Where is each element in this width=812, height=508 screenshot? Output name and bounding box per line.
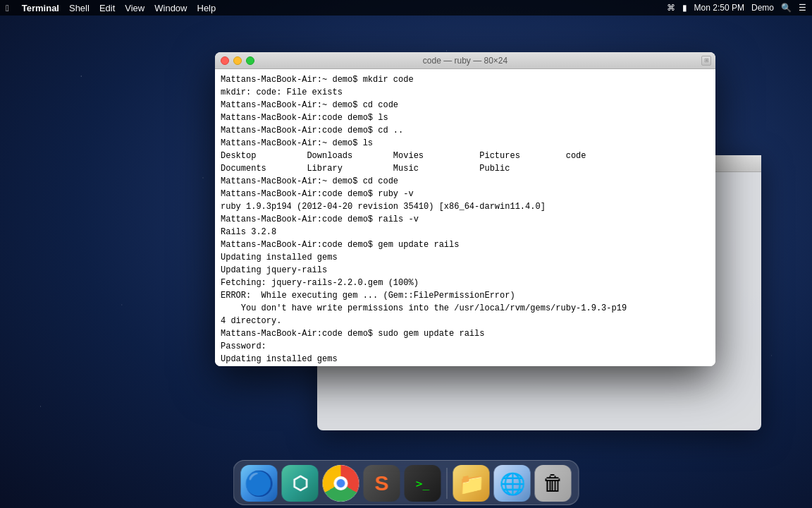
terminal-line-2: Mattans-MacBook-Air:~ demo$ cd code	[221, 99, 710, 111]
traffic-lights	[221, 56, 254, 65]
trash-icon: 🗑	[535, 465, 572, 502]
clock: Mon 2:50 PM	[694, 3, 744, 13]
battery-icon: ▮	[682, 3, 687, 13]
terminal-line-3: Mattans-MacBook-Air:code demo$ ls	[221, 111, 710, 124]
terminal-title: code — ruby — 80×24	[423, 56, 508, 66]
terminal-line-6: Desktop Downloads Movies Pictures code	[221, 150, 710, 162]
dock-item-files[interactable]: 📁	[453, 465, 490, 502]
terminal-line-17: ERROR: While executing gem ... (Gem::Fil…	[221, 289, 710, 302]
dock-separator	[447, 468, 448, 499]
terminal-line-18: You don't have write permissions into th…	[221, 302, 710, 315]
dock-item-trash[interactable]: 🗑	[535, 465, 572, 502]
maximize-button[interactable]	[246, 56, 254, 65]
terminal-line-12: Rails 3.2.8	[221, 226, 710, 238]
menubar-shell[interactable]: Shell	[69, 3, 90, 13]
terminal-line-16: Fetching: jquery-rails-2.2.0.gem (100%)	[221, 277, 710, 289]
minimize-button[interactable]	[233, 56, 242, 65]
dock-item-finder[interactable]: 🔵	[241, 465, 278, 502]
terminal-line-11: Mattans-MacBook-Air:code demo$ rails -v	[221, 213, 710, 226]
terminal-line-14: Updating installed gems	[221, 251, 710, 264]
menubar-right: ⌘ ▮ Mon 2:50 PM Demo 🔍 ☰	[667, 3, 806, 13]
resize-button[interactable]: ⊞	[701, 56, 711, 66]
close-button[interactable]	[221, 56, 229, 65]
wifi-icon: ⌘	[667, 3, 675, 13]
terminal-line-10: ruby 1.9.3p194 (2012-04-20 revision 3541…	[221, 200, 710, 213]
sourcetree-icon: ⬡	[282, 465, 319, 502]
terminal-line-19: 4 directory.	[221, 315, 710, 327]
apple-menu[interactable]: 	[6, 3, 9, 13]
menubar-help[interactable]: Help	[197, 3, 216, 13]
desktop:  Terminal Shell Edit View Window Help ⌘…	[0, 0, 812, 508]
terminal-dock-icon: >_	[405, 465, 441, 502]
files-icon: 📁	[453, 465, 490, 502]
terminal-line-13: Mattans-MacBook-Air:code demo$ gem updat…	[221, 238, 710, 251]
menubar:  Terminal Shell Edit View Window Help ⌘…	[0, 0, 812, 16]
terminal-line-21: Password:	[221, 340, 710, 353]
dock-item-sourcetree[interactable]: ⬡	[282, 465, 319, 502]
terminal-line-0: Mattans-MacBook-Air:~ demo$ mkdir code	[221, 73, 710, 86]
network-icon: 🌐	[494, 465, 531, 502]
terminal-titlebar: code — ruby — 80×24 ⊞	[215, 52, 715, 69]
terminal-line-9: Mattans-MacBook-Air:code demo$ ruby -v	[221, 188, 710, 200]
terminal-line-22: Updating installed gems	[221, 353, 710, 365]
dock-item-sublime[interactable]: S	[364, 465, 400, 502]
menubar-view[interactable]: View	[125, 3, 144, 13]
dock-item-network[interactable]: 🌐	[494, 465, 531, 502]
terminal-line-20: Mattans-MacBook-Air:code demo$ sudo gem …	[221, 327, 710, 340]
finder-icon: 🔵	[241, 465, 278, 502]
user-name: Demo	[751, 3, 774, 13]
notifications-icon[interactable]: ☰	[799, 3, 806, 13]
dock: 🔵 ⬡ S >_	[233, 460, 579, 505]
chrome-icon	[323, 465, 359, 502]
terminal-window: code — ruby — 80×24 ⊞ Mattans-MacBook-Ai…	[215, 52, 715, 366]
terminal-line-8: Mattans-MacBook-Air:~ demo$ cd code	[221, 175, 710, 188]
search-icon[interactable]: 🔍	[781, 3, 792, 13]
menubar-left:  Terminal Shell Edit View Window Help	[6, 3, 216, 13]
terminal-line-5: Mattans-MacBook-Air:~ demo$ ls	[221, 137, 710, 150]
terminal-line-15: Updating jquery-rails	[221, 264, 710, 277]
dock-item-terminal[interactable]: >_	[405, 465, 441, 502]
terminal-content[interactable]: Mattans-MacBook-Air:~ demo$ mkdir code m…	[215, 69, 715, 366]
sublime-icon: S	[364, 465, 400, 502]
terminal-line-4: Mattans-MacBook-Air:code demo$ cd ..	[221, 124, 710, 137]
menubar-edit[interactable]: Edit	[99, 3, 115, 13]
terminal-line-1: mkdir: code: File exists	[221, 86, 710, 99]
dock-item-chrome[interactable]	[323, 465, 359, 502]
menubar-app-name[interactable]: Terminal	[22, 3, 59, 13]
menubar-window[interactable]: Window	[154, 3, 187, 13]
terminal-line-7: Documents Library Music Public	[221, 162, 710, 175]
